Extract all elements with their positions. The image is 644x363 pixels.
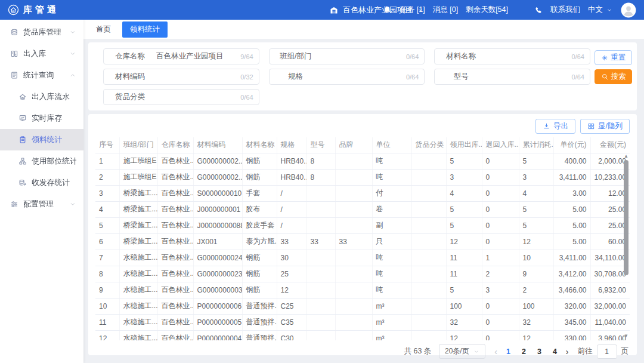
table-cell <box>411 153 446 169</box>
table-cell: 施工班组E <box>119 169 157 185</box>
table-cell: 10 <box>95 298 119 314</box>
table-header-row: 序号班组/部门仓库名称材料编码材料名称规格型号品牌单位货品分类领用出库...退回… <box>95 137 630 153</box>
tab-home[interactable]: 首页 <box>90 21 117 38</box>
page-size-select[interactable]: 20条/页 <box>439 344 485 359</box>
table-cell: / <box>277 185 306 201</box>
field-warehouse-name[interactable]: 仓库名称百色林业产业园项目9/64 <box>103 48 259 64</box>
column-header: 领用出库... <box>446 137 482 153</box>
table-cell <box>411 314 446 330</box>
table-cell: 吨 <box>372 169 411 185</box>
table-cell: m³ <box>372 330 411 340</box>
goto-label: 前往 <box>578 346 593 356</box>
table-cell <box>335 330 372 340</box>
table-cell: 4 <box>95 201 119 217</box>
sidebar-item-label: 配置管理 <box>23 199 54 210</box>
prev-page-button[interactable]: ‹ <box>493 347 499 356</box>
sidebar-item-in-out-warehouse[interactable]: 出入库 <box>0 43 83 64</box>
export-button[interactable]: 导出 <box>535 119 575 134</box>
field-label: 仓库名称 <box>104 51 156 61</box>
contact-us-link[interactable]: 联系我们 <box>550 5 580 15</box>
scroll-down-arrow-icon[interactable]: ▼ <box>623 333 630 339</box>
page-number-3[interactable]: 3 <box>537 347 541 356</box>
column-header: 累计消耗... <box>519 137 553 153</box>
table-cell: 32 <box>519 314 553 330</box>
search-button[interactable]: 搜索 <box>595 69 632 84</box>
table-cell: 7 <box>95 250 119 266</box>
goto-page-input[interactable] <box>597 344 617 359</box>
table-cell: 3,411.00 <box>553 169 590 185</box>
table-cell <box>335 217 372 233</box>
table-row: 4桥梁施工...百色林业...J0000000001胶布/卷5055.0025.… <box>95 201 630 217</box>
table-cell: 8 <box>95 266 119 282</box>
field-goods-category[interactable]: 货品分类0/64 <box>103 89 259 105</box>
page-number-2[interactable]: 2 <box>522 347 526 356</box>
messages-link[interactable]: 消息 [0] <box>433 5 458 15</box>
table-cell: 5 <box>519 153 553 169</box>
table-cell: P0000000004 <box>193 330 242 340</box>
column-header: 材料编码 <box>193 137 242 153</box>
table-cell: 5.00 <box>553 233 590 250</box>
table-cell: 普通预拌... <box>242 298 277 314</box>
table-cell: 9 <box>95 282 119 298</box>
reset-button[interactable]: 重置 <box>595 50 632 65</box>
field-material-name[interactable]: 材料名称0/64 <box>434 48 590 64</box>
tab-material-requisition-stats[interactable]: 领料统计 <box>122 21 168 38</box>
pagination: 共 63 条 20条/页 ‹ 1234 › 前往 页 <box>95 340 630 359</box>
next-page-button[interactable]: › <box>565 347 570 356</box>
table-cell <box>411 217 446 233</box>
sidebar-item-in-out-flow[interactable]: 出入库流水 <box>0 86 83 107</box>
sidebar-item-configuration-management[interactable]: 配置管理 <box>0 193 83 215</box>
table-cell: 6 <box>95 233 119 250</box>
sidebar-item-goods-management[interactable]: 货品库管理 <box>0 21 83 43</box>
table-cell: 12 <box>95 330 119 340</box>
sidebar-item-realtime-inventory[interactable]: 实时库存 <box>0 107 83 129</box>
table-toolbar: 导出 显/隐列 <box>95 116 630 137</box>
column-header: 单位 <box>372 137 411 153</box>
in-out-icon <box>10 50 18 58</box>
table-cell: 0 <box>482 169 519 185</box>
table-cell: 百色林业... <box>157 314 193 330</box>
table-cell: 桥梁施工... <box>119 185 157 201</box>
sidebar-item-material-requisition-stats[interactable]: 领料统计 <box>0 129 83 150</box>
table-cell: 5 <box>446 282 482 298</box>
table-cell <box>411 298 446 314</box>
page-number-4[interactable]: 4 <box>553 347 557 356</box>
avatar[interactable] <box>621 2 636 18</box>
table-cell: 30 <box>277 250 306 266</box>
table-row: 8水稳施工...百色林业...G0000000023钢筋25吨11293,412… <box>95 266 630 282</box>
language-selector[interactable]: 中文 <box>588 5 613 15</box>
field-team-department[interactable]: 班组/部门0/64 <box>269 48 425 64</box>
scroll-up-arrow-icon[interactable]: ▲ <box>623 153 630 159</box>
table-cell: HRB40... <box>277 169 306 185</box>
column-header: 仓库名称 <box>157 137 193 153</box>
inventory-chart-icon <box>18 114 27 122</box>
field-label: 货品分类 <box>104 92 156 102</box>
scrollbar-thumb[interactable] <box>624 160 628 275</box>
sidebar-item-receipt-dispatch-stats[interactable]: 收发存统计 <box>0 172 83 193</box>
table-cell: 0 <box>482 314 519 330</box>
table-cell: 施工班组E <box>119 153 157 169</box>
table-cell: 3 <box>482 282 519 298</box>
table-cell: 11 <box>95 314 119 330</box>
table-cell <box>306 282 335 298</box>
table-cell <box>335 169 372 185</box>
field-specification[interactable]: 规格0/64 <box>269 69 425 85</box>
field-material-code[interactable]: 材料编码0/32 <box>103 69 259 85</box>
table-cell: 水稳施工... <box>119 282 157 298</box>
vertical-scrollbar[interactable]: ▲ ▼ <box>623 153 630 340</box>
project-selector-label: 百色林业产业园项目 <box>343 5 413 16</box>
stats-doc-icon <box>10 71 18 79</box>
table-cell: JX001 <box>193 233 242 250</box>
table-row: 6桥梁施工...百色林业...JX001泰为方瓶...333333只120125… <box>95 233 630 250</box>
project-selector[interactable]: 百色林业产业园项目 <box>329 0 424 20</box>
table-cell: J00000000088 <box>193 217 242 233</box>
sidebar-item-statistics-query[interactable]: 统计查询 <box>0 64 83 86</box>
table-cell: G0000000024 <box>193 250 242 266</box>
field-model[interactable]: 型号0/64 <box>434 69 590 85</box>
page-number-1[interactable]: 1 <box>506 347 510 356</box>
chevron-down-icon <box>69 29 76 36</box>
show-hide-columns-button[interactable]: 显/隐列 <box>580 119 630 134</box>
table-cell: 百色林业... <box>157 250 193 266</box>
warehouse-icon <box>329 5 339 15</box>
sidebar-item-usage-location-stats[interactable]: 使用部位统计 <box>0 150 83 172</box>
